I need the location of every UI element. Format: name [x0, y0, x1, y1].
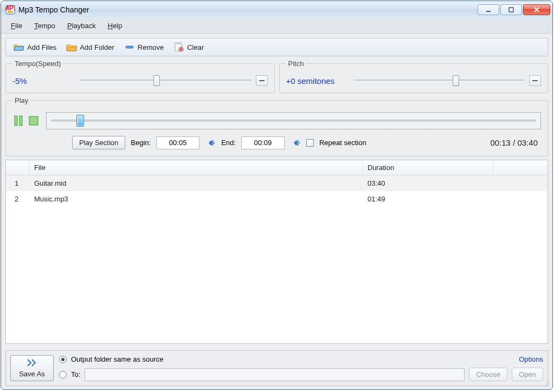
menu-file-label: ile — [15, 22, 22, 30]
menu-playback[interactable]: Playback — [62, 19, 101, 32]
svg-rect-7 — [126, 46, 133, 48]
end-label: End: — [221, 139, 236, 147]
choose-button[interactable]: Choose — [469, 368, 507, 381]
cell-file: Music.mp3 — [30, 193, 363, 205]
minus-icon — [124, 42, 135, 52]
repeat-section-checkbox[interactable] — [306, 139, 314, 147]
add-files-button[interactable]: Add Files — [10, 41, 60, 54]
stop-button[interactable] — [28, 115, 40, 127]
cell-index: 1 — [6, 178, 30, 189]
menu-file[interactable]: File — [5, 19, 28, 32]
table-row[interactable]: 2Music.mp301:49 — [6, 191, 547, 207]
window-title: Mp3 Tempo Changer — [18, 5, 478, 14]
menu-playback-label: layback — [72, 22, 96, 30]
repeat-section-label: Repeat section — [319, 139, 366, 147]
pitch-reset-button[interactable] — [529, 75, 541, 86]
options-link[interactable]: Options — [519, 355, 543, 363]
pitch-group: Pitch +0 semitones — [279, 60, 549, 93]
col-file[interactable]: File — [30, 160, 363, 175]
tempo-group: Tempo(Speed) -5% — [5, 60, 275, 93]
minimize-button[interactable] — [478, 4, 499, 15]
save-as-label: Save As — [19, 370, 45, 378]
maximize-button[interactable] — [500, 4, 522, 15]
cell-duration: 03:40 — [363, 178, 493, 189]
svg-point-17 — [545, 386, 546, 387]
pitch-legend: Pitch — [286, 60, 306, 68]
remove-button[interactable]: Remove — [121, 41, 167, 54]
menu-help-label: elp — [113, 22, 122, 30]
tempo-slider[interactable] — [80, 75, 252, 86]
output-panel: Save As Output folder same as source Opt… — [5, 350, 548, 386]
file-list-header: File Duration — [6, 160, 547, 175]
svg-point-15 — [547, 383, 549, 384]
cell-file: Guitar.mid — [30, 178, 363, 189]
tempo-reset-button[interactable] — [256, 75, 268, 86]
col-pad — [493, 160, 547, 175]
folder-icon — [66, 42, 77, 52]
to-label: To: — [71, 370, 80, 378]
cell-index: 2 — [6, 193, 30, 205]
window: MP3 Mp3 Tempo Changer File Tempo Playbac… — [1, 1, 553, 390]
add-files-label: Add Files — [27, 43, 56, 51]
file-rows: 1Guitar.mid03:402Music.mp301:49 — [6, 175, 547, 207]
col-duration[interactable]: Duration — [363, 160, 493, 175]
svg-rect-4 — [509, 8, 513, 12]
svg-point-16 — [543, 386, 544, 387]
svg-point-18 — [547, 386, 549, 387]
col-index[interactable] — [6, 160, 30, 175]
add-folder-button[interactable]: Add Folder — [63, 41, 118, 54]
add-folder-label: Add Folder — [80, 43, 114, 51]
clear-icon — [173, 42, 184, 52]
open-button[interactable]: Open — [512, 368, 543, 381]
svg-rect-11 — [20, 116, 22, 126]
svg-rect-2 — [8, 11, 13, 13]
remove-label: Remove — [138, 43, 164, 51]
tempo-value: -5% — [12, 76, 72, 86]
resize-grip[interactable] — [542, 380, 549, 387]
toolbar: Add Files Add Folder Remove Clear — [5, 38, 548, 56]
clear-label: Clear — [187, 43, 204, 51]
save-as-button[interactable]: Save As — [10, 355, 54, 381]
to-path-input[interactable] — [85, 368, 465, 381]
svg-rect-12 — [29, 116, 38, 125]
pitch-value: +0 semitones — [286, 76, 346, 86]
pause-button[interactable] — [12, 115, 24, 127]
folder-open-icon — [14, 42, 24, 52]
set-begin-arrow-icon[interactable] — [205, 138, 216, 148]
chevron-right-icon — [25, 358, 38, 369]
radio-same-as-source[interactable] — [59, 356, 67, 363]
radio-to[interactable] — [59, 371, 67, 378]
menu-tempo-label: empo — [37, 22, 55, 30]
client-area: Add Files Add Folder Remove Clear Tempo(… — [1, 34, 552, 389]
end-input[interactable] — [241, 136, 285, 149]
close-button[interactable] — [523, 4, 550, 15]
begin-label: Begin: — [131, 139, 151, 147]
menubar: File Tempo Playback Help — [1, 18, 552, 34]
titlebar[interactable]: MP3 Mp3 Tempo Changer — [1, 1, 552, 18]
file-list: File Duration 1Guitar.mid03:402Music.mp3… — [5, 160, 548, 344]
play-section-button[interactable]: Play Section — [72, 136, 125, 149]
svg-point-14 — [545, 383, 546, 384]
time-display: 00:13 / 03:40 — [490, 138, 541, 147]
set-end-arrow-icon[interactable] — [290, 138, 301, 148]
play-group: Play Play Section Begin: End: — [5, 96, 548, 156]
window-controls — [478, 4, 550, 15]
pitch-slider[interactable] — [353, 75, 525, 86]
clear-button[interactable]: Clear — [170, 41, 207, 54]
menu-tempo[interactable]: Tempo — [29, 19, 61, 32]
svg-point-13 — [547, 381, 549, 382]
svg-rect-10 — [15, 116, 17, 126]
menu-help[interactable]: Help — [102, 19, 128, 32]
same-as-source-label: Output folder same as source — [71, 355, 164, 363]
begin-input[interactable] — [156, 136, 199, 149]
table-row[interactable]: 1Guitar.mid03:40 — [6, 175, 547, 191]
app-icon: MP3 — [5, 5, 15, 15]
cell-duration: 01:49 — [363, 193, 493, 205]
play-legend: Play — [12, 96, 30, 104]
timeline-slider[interactable] — [46, 112, 541, 129]
tempo-legend: Tempo(Speed) — [12, 60, 63, 68]
